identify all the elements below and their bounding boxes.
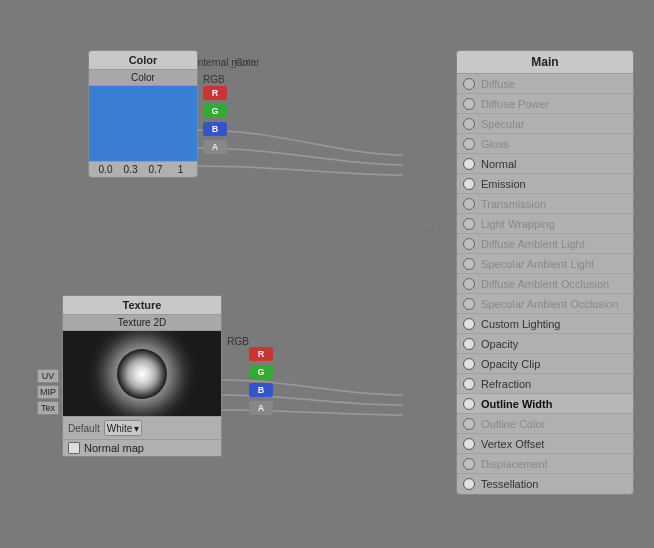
texture-node: Texture Texture 2D UV MIP Tex RGB R G B … (62, 295, 222, 457)
color-swatch[interactable] (89, 86, 197, 161)
main-panel-row-opacity-clip[interactable]: Opacity Clip (457, 354, 633, 374)
color-channels: R G B A (203, 86, 227, 156)
row-label-refraction: Refraction (481, 378, 531, 390)
footer-default-label: Default (68, 423, 100, 434)
mip-button[interactable]: MIP (37, 385, 59, 399)
row-label-light-wrapping: Light Wrapping (481, 218, 555, 230)
texture-channels: R G B A (249, 347, 273, 417)
row-label-transmission: Transmission (481, 198, 546, 210)
texture-glow (117, 349, 167, 399)
socket-specular (463, 118, 475, 130)
socket-diffuse-ambient-light (463, 238, 475, 250)
texture-node-subtitle: Texture 2D (63, 315, 221, 331)
rgba-row: 0.0 0.3 0.7 1 (89, 161, 197, 177)
socket-diffuse-ambient-occlusion (463, 278, 475, 290)
main-panel-row-tessellation[interactable]: Tessellation (457, 474, 633, 494)
rgba-a: 1 (168, 164, 193, 175)
row-label-vertex-offset: Vertex Offset (481, 438, 544, 450)
main-panel-row-custom-lighting[interactable]: Custom Lighting (457, 314, 633, 334)
footer-chevron-icon: ▾ (134, 423, 139, 434)
row-label-diffuse-ambient-light: Diffuse Ambient Light (481, 238, 585, 250)
texture-channel-g: G (249, 365, 273, 379)
socket-diffuse (463, 78, 475, 90)
color-internal-name: _Color (230, 57, 259, 68)
row-label-specular: Specular (481, 118, 524, 130)
main-panel-row-diffuse-ambient-light[interactable]: Diffuse Ambient Light (457, 234, 633, 254)
socket-refraction (463, 378, 475, 390)
texture-uv-buttons: UV MIP Tex (37, 369, 59, 415)
main-panel-row-displacement[interactable]: Displacement (457, 454, 633, 474)
main-panel-title: Main (457, 51, 633, 74)
color-channel-r: R (203, 86, 227, 100)
socket-light-wrapping (463, 218, 475, 230)
main-panel-row-normal[interactable]: Normal (457, 154, 633, 174)
normal-map-label: Normal map (84, 442, 144, 454)
socket-custom-lighting (463, 318, 475, 330)
row-label-diffuse-ambient-occlusion: Diffuse Ambient Occlusion (481, 278, 609, 290)
color-node-title: Color (89, 51, 197, 70)
row-label-tessellation: Tessellation (481, 478, 538, 490)
color-channel-a: A (203, 140, 227, 154)
texture-footer: Default White ▾ (63, 416, 221, 439)
socket-vertex-offset (463, 438, 475, 450)
main-panel: Main DiffuseDiffuse PowerSpecularGlossNo… (456, 50, 634, 495)
socket-specular-ambient-occlusion (463, 298, 475, 310)
uv-button[interactable]: UV (37, 369, 59, 383)
normal-map-row: Normal map (63, 439, 221, 456)
row-label-specular-ambient-occlusion: Specular Ambient Occlusion (481, 298, 619, 310)
row-label-custom-lighting: Custom Lighting (481, 318, 561, 330)
normal-map-checkbox[interactable] (68, 442, 80, 454)
row-label-diffuse: Diffuse (481, 78, 515, 90)
main-panel-row-refraction[interactable]: Refraction (457, 374, 633, 394)
light-label: Light (417, 223, 441, 235)
texture-rgb-label: RGB (227, 336, 249, 347)
main-panel-row-diffuse-ambient-occlusion[interactable]: Diffuse Ambient Occlusion (457, 274, 633, 294)
rgba-r: 0.0 (93, 164, 118, 175)
main-panel-row-specular[interactable]: Specular (457, 114, 633, 134)
socket-tessellation (463, 478, 475, 490)
row-label-outline-width: Outline Width (481, 398, 552, 410)
color-channel-b: B (203, 122, 227, 136)
socket-gloss (463, 138, 475, 150)
main-panel-row-vertex-offset[interactable]: Vertex Offset (457, 434, 633, 454)
main-panel-row-diffuse[interactable]: Diffuse (457, 74, 633, 94)
main-panel-row-diffuse-power[interactable]: Diffuse Power (457, 94, 633, 114)
row-label-opacity: Opacity (481, 338, 518, 350)
texture-node-title: Texture (63, 296, 221, 315)
main-panel-row-opacity[interactable]: Opacity (457, 334, 633, 354)
rgba-b: 0.7 (143, 164, 168, 175)
row-label-emission: Emission (481, 178, 526, 190)
tex-button[interactable]: Tex (37, 401, 59, 415)
socket-outline-width (463, 398, 475, 410)
main-panel-row-specular-ambient-occlusion[interactable]: Specular Ambient Occlusion (457, 294, 633, 314)
footer-select[interactable]: White ▾ (104, 420, 143, 436)
main-panel-row-gloss[interactable]: Gloss (457, 134, 633, 154)
socket-outline-color (463, 418, 475, 430)
main-panel-row-transmission[interactable]: Transmission (457, 194, 633, 214)
row-label-diffuse-power: Diffuse Power (481, 98, 549, 110)
main-panel-row-light-wrapping[interactable]: Light Wrapping (457, 214, 633, 234)
main-panel-row-emission[interactable]: Emission (457, 174, 633, 194)
socket-opacity (463, 338, 475, 350)
socket-specular-ambient-light (463, 258, 475, 270)
row-label-gloss: Gloss (481, 138, 509, 150)
color-node: Color Color 0.0 0.3 0.7 1 RGB R G B A (88, 50, 198, 178)
footer-select-value: White (107, 423, 133, 434)
rgba-g: 0.3 (118, 164, 143, 175)
main-panel-row-outline-color[interactable]: Outline Color (457, 414, 633, 434)
color-rgb-label: RGB (203, 74, 225, 85)
color-channel-g: G (203, 104, 227, 118)
row-label-opacity-clip: Opacity Clip (481, 358, 540, 370)
row-label-specular-ambient-light: Specular Ambient Light (481, 258, 594, 270)
texture-channel-r: R (249, 347, 273, 361)
main-panel-row-outline-width[interactable]: Outline Width (457, 394, 633, 414)
socket-emission (463, 178, 475, 190)
texture-preview (63, 331, 221, 416)
socket-transmission (463, 198, 475, 210)
socket-normal (463, 158, 475, 170)
row-label-normal: Normal (481, 158, 516, 170)
texture-channel-a: A (249, 401, 273, 415)
row-label-displacement: Displacement (481, 458, 548, 470)
main-panel-row-specular-ambient-light[interactable]: Specular Ambient Light (457, 254, 633, 274)
texture-channel-b: B (249, 383, 273, 397)
